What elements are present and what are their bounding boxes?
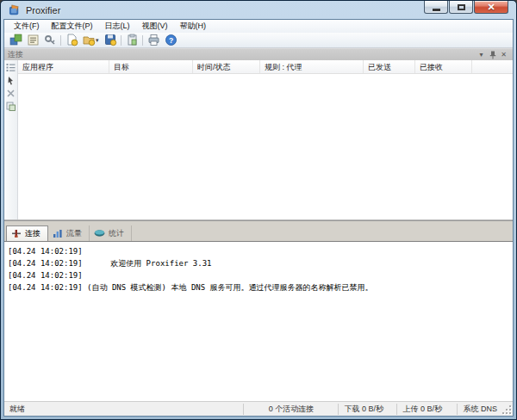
help-button[interactable]: ?: [162, 34, 179, 47]
panel-menu-button[interactable]: ▾: [476, 50, 487, 59]
panel-pin-button[interactable]: [487, 50, 498, 59]
menu-log[interactable]: 日志(L): [99, 20, 136, 33]
terminate-connection-icon[interactable]: [5, 88, 16, 99]
column-time-status[interactable]: 时间/状态: [193, 60, 260, 73]
status-dns-mode: 系统 DNS: [457, 404, 502, 415]
name-resolution-button[interactable]: [41, 34, 59, 47]
panel-caption-label: 连接: [8, 49, 476, 60]
open-profile-caret[interactable]: ▾: [96, 37, 102, 44]
proxifier-window: Proxifier ✕ 文件(F) 配置文件(P) 日志(L) 视图(V) 帮助…: [0, 0, 517, 420]
status-ready: 就绪: [4, 404, 243, 415]
tab-label: 连接: [25, 228, 40, 239]
connections-list: 应用程序 目标 时间/状态 规则 : 代理 已发送 已接收: [18, 60, 513, 219]
proxification-rules-button[interactable]: [24, 34, 41, 47]
column-application[interactable]: 应用程序: [18, 60, 109, 73]
connections-tab-icon: [11, 229, 22, 238]
save-profile-button[interactable]: [102, 34, 119, 47]
menu-help[interactable]: 帮助(H): [174, 20, 213, 33]
pin-icon: [489, 51, 496, 59]
open-profile-icon: [83, 34, 96, 46]
status-bar: 就绪 0 个活动连接 下载 0 B/秒 上传 0 B/秒 系统 DNS: [4, 401, 513, 416]
print-icon: [147, 34, 160, 46]
new-profile-icon: [65, 34, 78, 46]
tab-connections[interactable]: 连接: [6, 225, 48, 241]
panel-close-button[interactable]: ✕: [498, 50, 509, 59]
connections-list-body[interactable]: [18, 74, 513, 219]
column-target[interactable]: 目标: [109, 60, 193, 73]
tab-label: 流量: [66, 228, 82, 239]
log-line: [04.24 14:02:19]: [8, 269, 511, 281]
chevron-down-icon: ▾: [479, 51, 483, 59]
column-filler: [472, 60, 513, 73]
bottom-tab-strip: 连接 流量 统计: [4, 220, 513, 241]
print-button[interactable]: [145, 34, 162, 47]
connections-panel: 连接 ▾ ✕: [4, 48, 513, 401]
open-profile-button[interactable]: [80, 34, 97, 47]
view-details-icon[interactable]: [5, 62, 16, 73]
proxifier-logo-icon[interactable]: [9, 3, 22, 16]
menu-profile[interactable]: 配置文件(P): [46, 20, 99, 33]
maximize-icon: [458, 4, 465, 10]
close-icon: ✕: [501, 51, 507, 59]
proxy-settings-button[interactable]: [7, 34, 24, 47]
toolbar-separator: [142, 35, 143, 46]
tab-statistics[interactable]: 统计: [90, 225, 132, 241]
statistics-tab-icon: [94, 229, 105, 238]
menu-view[interactable]: 视图(V): [136, 20, 174, 33]
connections-side-toolbar: [4, 60, 18, 219]
toolbar-separator: [121, 35, 121, 46]
column-rule-proxy[interactable]: 规则 : 代理: [260, 60, 364, 73]
close-icon: ✕: [487, 2, 495, 13]
proxification-rules-icon: [27, 34, 40, 46]
connections-panel-caption[interactable]: 连接 ▾ ✕: [4, 48, 513, 60]
log-line: [04.24 14:02:19] 欢迎使用 Proxifier 3.31: [8, 257, 511, 269]
toolbar: ▾: [4, 33, 513, 48]
status-upload-speed: 上传 0 B/秒: [396, 404, 457, 415]
status-active-connections: 0 个活动连接: [243, 404, 338, 415]
menu-file[interactable]: 文件(F): [8, 20, 46, 33]
status-download-speed: 下载 0 B/秒: [338, 404, 396, 415]
new-profile-button[interactable]: [63, 34, 80, 47]
maximize-button[interactable]: [449, 1, 473, 14]
log-line: [04.24 14:02:19]: [8, 245, 511, 257]
copy-icon[interactable]: [5, 101, 16, 112]
system-tray-icon: [126, 34, 139, 46]
proxy-settings-icon: [9, 34, 22, 46]
resize-grip[interactable]: [502, 405, 513, 416]
toolbar-separator: [60, 35, 61, 46]
window-title: Proxifier: [26, 5, 60, 15]
tab-label: 统计: [109, 228, 124, 239]
tab-traffic[interactable]: 流量: [48, 225, 90, 241]
menu-bar: 文件(F) 配置文件(P) 日志(L) 视图(V) 帮助(H): [4, 20, 513, 33]
minimize-button[interactable]: [424, 1, 448, 14]
log-line: [04.24 14:02:19] (自动 DNS 模式检测) 本地 DNS 服务…: [8, 281, 511, 293]
name-resolution-icon: [44, 34, 57, 46]
help-icon: ?: [165, 34, 178, 46]
app-frame: 文件(F) 配置文件(P) 日志(L) 视图(V) 帮助(H): [3, 19, 514, 417]
svg-text:?: ?: [168, 36, 172, 45]
close-button[interactable]: ✕: [474, 1, 508, 14]
column-received[interactable]: 已接收: [415, 60, 472, 73]
connections-column-headers: 应用程序 目标 时间/状态 规则 : 代理 已发送 已接收: [18, 60, 513, 74]
column-sent[interactable]: 已发送: [364, 60, 415, 73]
connections-list-zone: 应用程序 目标 时间/状态 规则 : 代理 已发送 已接收: [4, 60, 513, 220]
cursor-icon[interactable]: [5, 75, 16, 86]
minimize-icon: [433, 9, 440, 11]
log-output[interactable]: [04.24 14:02:19] [04.24 14:02:19] 欢迎使用 P…: [4, 241, 513, 401]
save-profile-icon: [104, 34, 117, 46]
title-bar[interactable]: Proxifier ✕: [3, 1, 514, 19]
traffic-tab-icon: [53, 229, 63, 238]
system-tray-button[interactable]: [123, 34, 140, 47]
